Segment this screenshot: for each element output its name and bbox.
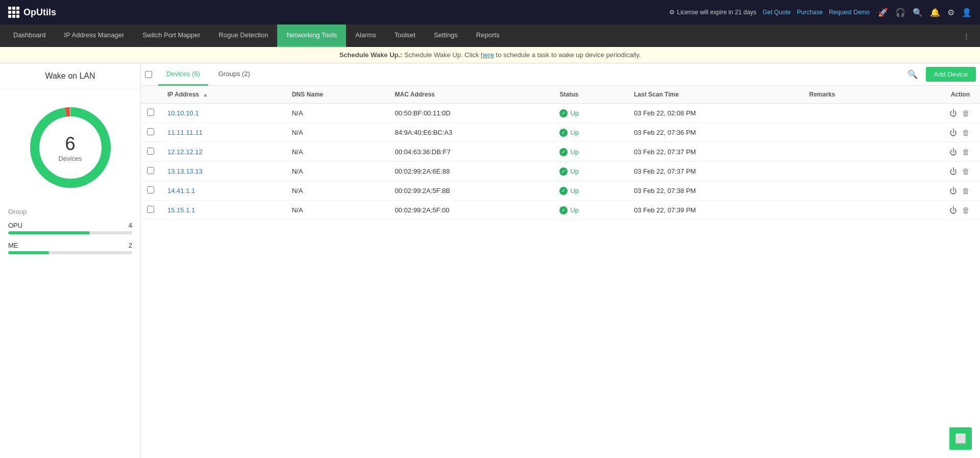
bottom-right-action-button[interactable]: ⬜ — [949, 427, 972, 450]
settings-icon[interactable]: ⚙ — [947, 8, 954, 17]
license-text: ⚙ License will expire in 21 days — [669, 9, 756, 16]
nav-rogue-detection[interactable]: Rogue Detection — [210, 25, 278, 47]
nav-ip-address-manager[interactable]: IP Address Manager — [55, 25, 134, 47]
search-icon[interactable]: 🔍 — [913, 8, 923, 17]
row-ip-2: 12.12.12.12 — [161, 142, 286, 162]
row-status-5: ✓ Up — [553, 201, 628, 220]
ip-sort-arrow: ▲ — [203, 92, 208, 98]
tab-devices[interactable]: Devices (6) — [158, 63, 208, 86]
grid-icon — [8, 7, 19, 18]
delete-button-3[interactable]: 🗑 — [962, 167, 970, 176]
wake-button-2[interactable]: ⏻ — [949, 148, 957, 156]
delete-button-1[interactable]: 🗑 — [962, 128, 970, 137]
row-status-3: ✓ Up — [553, 162, 628, 181]
nav-dashboard[interactable]: Dashboard — [4, 25, 55, 47]
left-panel: Wake on LAN 6 Devices Group — [0, 63, 141, 458]
ip-address-link-1[interactable]: 11.11.11.11 — [167, 129, 203, 136]
table-row: 14.41.1.1 N/A 00:02:99:2A:5F:8B ✓ Up 03 … — [141, 181, 980, 201]
row-mac-4: 00:02:99:2A:5F:8B — [389, 181, 554, 201]
select-all-checkbox[interactable] — [145, 71, 152, 78]
row-ip-1: 11.11.11.11 — [161, 123, 286, 142]
row-mac-2: 00:04:63:36:DB:F7 — [389, 142, 554, 162]
row-last-scan-0: 03 Feb 22, 02:08 PM — [628, 104, 803, 123]
row-status-2: ✓ Up — [553, 142, 628, 162]
row-checkbox-5[interactable] — [141, 201, 161, 220]
license-section: ⚙ License will expire in 21 days Get Quo… — [669, 9, 870, 16]
banner-bold: Schedule Wake Up.: — [339, 51, 403, 59]
nav-switch-port-mapper[interactable]: Switch Port Mapper — [133, 25, 209, 47]
wake-button-4[interactable]: ⏻ — [949, 186, 957, 195]
get-quote-link[interactable]: Get Quote — [763, 9, 791, 16]
row-ip-5: 15.15.1.1 — [161, 201, 286, 220]
wake-button-5[interactable]: ⏻ — [949, 206, 957, 214]
wake-button-3[interactable]: ⏻ — [949, 167, 957, 176]
banner-text: Schedule Wake Up. Click — [404, 51, 481, 59]
status-text-2: Up — [570, 148, 579, 156]
delete-button-5[interactable]: 🗑 — [962, 206, 970, 214]
ip-address-link-3[interactable]: 13.13.13.13 — [167, 167, 203, 175]
purchase-link[interactable]: Purchase — [797, 9, 823, 16]
status-text-4: Up — [570, 187, 579, 195]
status-check-icon-4: ✓ — [559, 187, 568, 195]
row-mac-5: 00:02:99:2A:5F:00 — [389, 201, 554, 220]
status-text-3: Up — [570, 167, 579, 175]
wake-button-1[interactable]: ⏻ — [949, 128, 957, 137]
col-ip[interactable]: IP Address ▲ — [161, 86, 286, 104]
row-last-scan-5: 03 Feb 22, 07:39 PM — [628, 201, 803, 220]
add-device-button[interactable]: Add Device — [926, 67, 976, 82]
group-me-bar-bg — [8, 251, 132, 254]
row-checkbox-4[interactable] — [141, 181, 161, 201]
ip-address-link-0[interactable]: 10.10.10.1 — [167, 109, 199, 117]
row-actions-0: ⏻ 🗑 — [893, 104, 980, 123]
table-search-button[interactable]: 🔍 — [903, 67, 922, 81]
app-logo[interactable]: OpUtils — [8, 7, 56, 18]
nav-alarms[interactable]: Alarms — [346, 25, 385, 47]
content-area: Wake on LAN 6 Devices Group — [0, 63, 980, 458]
row-checkbox-3[interactable] — [141, 162, 161, 181]
row-dns-5: N/A — [286, 201, 389, 220]
row-dns-3: N/A — [286, 162, 389, 181]
table-row: 11.11.11.11 N/A 84:9A:40:E6:BC:A3 ✓ Up 0… — [141, 123, 980, 142]
group-opu-header: OPU 4 — [8, 222, 132, 229]
row-checkbox-1[interactable] — [141, 123, 161, 142]
group-me-count: 2 — [129, 242, 132, 249]
rocket-icon[interactable]: 🚀 — [878, 8, 888, 17]
user-icon[interactable]: 👤 — [962, 8, 972, 17]
table-body: 10.10.10.1 N/A 00:50:BF:00:11:0D ✓ Up 03… — [141, 104, 980, 220]
donut-chart-container: 6 Devices — [0, 89, 140, 202]
group-me-header: ME 2 — [8, 242, 132, 249]
banner-link[interactable]: here — [481, 51, 494, 59]
ip-address-link-5[interactable]: 15.15.1.1 — [167, 206, 195, 214]
devices-table: IP Address ▲ DNS Name MAC Address Status… — [141, 86, 980, 220]
headset-icon[interactable]: 🎧 — [895, 8, 905, 17]
wake-button-0[interactable]: ⏻ — [949, 109, 957, 117]
row-last-scan-1: 03 Feb 22, 07:36 PM — [628, 123, 803, 142]
group-item-me: ME 2 — [8, 242, 132, 254]
table-row: 12.12.12.12 N/A 00:04:63:36:DB:F7 ✓ Up 0… — [141, 142, 980, 162]
row-ip-3: 13.13.13.13 — [161, 162, 286, 181]
tab-actions: 🔍 Add Device — [903, 67, 976, 82]
tabs-bar: Devices (6) Groups (2) 🔍 Add Device — [141, 63, 980, 86]
ip-address-link-4[interactable]: 14.41.1.1 — [167, 187, 195, 195]
row-remarks-3 — [803, 162, 893, 181]
nav-more-options[interactable]: ⋮ — [957, 25, 976, 47]
row-ip-4: 14.41.1.1 — [161, 181, 286, 201]
row-checkbox-2[interactable] — [141, 142, 161, 162]
delete-button-4[interactable]: 🗑 — [962, 186, 970, 195]
col-last-scan: Last Scan Time — [628, 86, 803, 104]
nav-reports[interactable]: Reports — [467, 25, 509, 47]
nav-toolset[interactable]: Toolset — [385, 25, 425, 47]
delete-button-0[interactable]: 🗑 — [962, 109, 970, 117]
row-remarks-5 — [803, 201, 893, 220]
nav-networking-tools[interactable]: Networking Tools — [277, 25, 346, 47]
row-checkbox-0[interactable] — [141, 104, 161, 123]
ip-address-link-2[interactable]: 12.12.12.12 — [167, 148, 203, 156]
donut-chart: 6 Devices — [24, 102, 116, 194]
bell-icon[interactable]: 🔔 — [930, 8, 940, 17]
delete-button-2[interactable]: 🗑 — [962, 148, 970, 156]
status-check-icon-1: ✓ — [559, 129, 568, 137]
request-demo-link[interactable]: Request Demo — [829, 9, 870, 16]
tab-groups[interactable]: Groups (2) — [210, 63, 258, 86]
nav-settings[interactable]: Settings — [425, 25, 467, 47]
row-remarks-2 — [803, 142, 893, 162]
